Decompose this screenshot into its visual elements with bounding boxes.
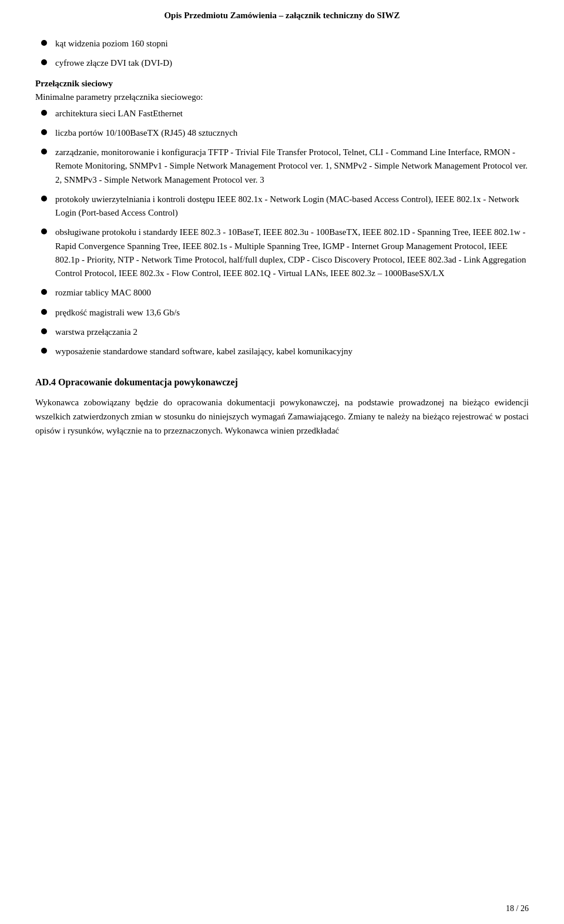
bullet-icon: [41, 59, 47, 65]
bullet-icon: [41, 229, 47, 234]
list-item: liczba portów 10/100BaseTX (RJ45) 48 szt…: [35, 126, 529, 140]
bullet-icon: [41, 110, 47, 116]
bullet-protokoly-text: protokoły uwierzytelniania i kontroli do…: [55, 193, 529, 220]
bullet-kat-text: kąt widzenia poziom 160 stopni: [55, 37, 529, 51]
bullet-icon: [41, 149, 47, 154]
bullet-icon: [41, 309, 47, 315]
intro-bullet-list: kąt widzenia poziom 160 stopni cyfrowe z…: [35, 37, 529, 70]
bullet-icon: [41, 129, 47, 135]
ad4-heading: AD.4 Opracowanie dokumentacja powykonawc…: [35, 376, 529, 389]
list-item: warstwa przełączania 2: [35, 325, 529, 339]
bullet-ports-text: liczba portów 10/100BaseTX (RJ45) 48 szt…: [55, 126, 529, 140]
switch-section-title: Przełącznik sieciowy: [35, 79, 529, 89]
bullet-zarzadzanie-text: zarządzanie, monitorowanie i konfiguracj…: [55, 146, 529, 187]
bullet-icon: [41, 40, 47, 46]
switch-section-subtitle: Minimalne parametry przełącznika sieciow…: [35, 92, 529, 102]
list-item: wyposażenie standardowe standard softwar…: [35, 345, 529, 358]
list-item: prędkość magistrali wew 13,6 Gb/s: [35, 306, 529, 320]
bullet-icon: [41, 328, 47, 334]
bullet-warstwa-text: warstwa przełączania 2: [55, 325, 529, 339]
list-item: zarządzanie, monitorowanie i konfiguracj…: [35, 146, 529, 187]
list-item: kąt widzenia poziom 160 stopni: [35, 37, 529, 51]
switch-bullet-list: architektura sieci LAN FastEthernet licz…: [35, 107, 529, 359]
header-title: Opis Przedmiotu Zamówienia – załącznik t…: [164, 11, 400, 20]
page-footer: 18 / 26: [0, 904, 564, 913]
page-container: Opis Przedmiotu Zamówienia – załącznik t…: [0, 0, 564, 924]
bullet-predkosc-text: prędkość magistrali wew 13,6 Gb/s: [55, 306, 529, 320]
list-item: architektura sieci LAN FastEthernet: [35, 107, 529, 120]
bullet-rozmiar-text: rozmiar tablicy MAC 8000: [55, 286, 529, 300]
bullet-obslug-text: obsługiwane protokołu i standardy IEEE 8…: [55, 226, 529, 280]
page-header: Opis Przedmiotu Zamówienia – załącznik t…: [35, 0, 529, 31]
bullet-arch-text: architektura sieci LAN FastEthernet: [55, 107, 529, 120]
ad4-paragraph1: Wykonawca zobowiązany będzie do opracowa…: [35, 395, 529, 438]
bullet-icon: [41, 348, 47, 354]
list-item: obsługiwane protokołu i standardy IEEE 8…: [35, 226, 529, 280]
bullet-dvi-text: cyfrowe złącze DVI tak (DVI-D): [55, 56, 529, 70]
bullet-icon: [41, 289, 47, 295]
list-item: cyfrowe złącze DVI tak (DVI-D): [35, 56, 529, 70]
bullet-wyposazenie-text: wyposażenie standardowe standard softwar…: [55, 345, 529, 358]
list-item: protokoły uwierzytelniania i kontroli do…: [35, 193, 529, 220]
page-number: 18 / 26: [506, 904, 529, 913]
bullet-icon: [41, 196, 47, 201]
list-item: rozmiar tablicy MAC 8000: [35, 286, 529, 300]
